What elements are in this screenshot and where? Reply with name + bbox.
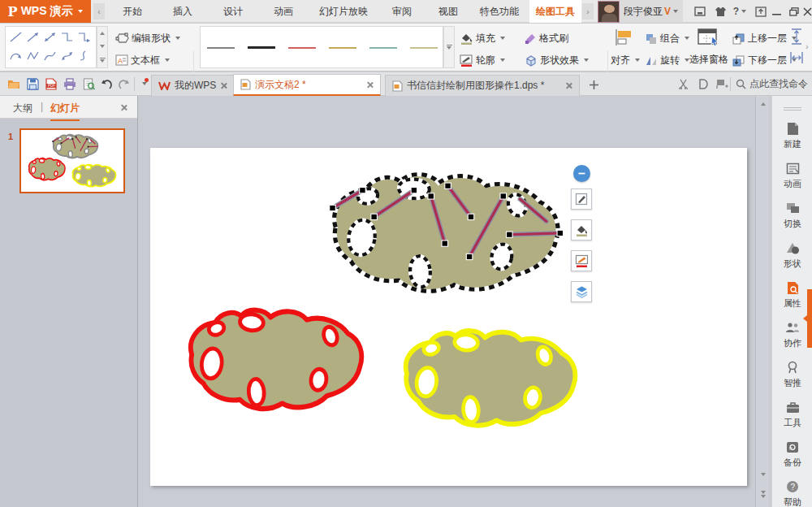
line-style-gallery[interactable] <box>200 26 443 68</box>
sidebar-item-backup[interactable]: 备份 <box>772 439 812 469</box>
slide-thumbnail[interactable] <box>19 128 125 193</box>
cut-tool-button[interactable] <box>676 76 690 91</box>
distribute-height-button[interactable] <box>789 28 806 46</box>
yellow-outline-shape[interactable] <box>388 318 586 437</box>
gallery-more-icon[interactable] <box>447 45 452 50</box>
task-panel-handle[interactable] <box>807 289 812 348</box>
sidebar-item-smart-recommend[interactable]: 智推 <box>772 359 812 389</box>
redo-button[interactable] <box>117 76 132 91</box>
scroll-down-button[interactable] <box>756 468 770 481</box>
send-backward-button[interactable]: 下移一层 <box>732 51 797 69</box>
line-style-swatch[interactable] <box>369 47 397 49</box>
menu-tab-slideshow[interactable]: 幻灯片放映 <box>309 0 378 23</box>
print-preview-button[interactable] <box>81 76 96 91</box>
close-tab-icon[interactable] <box>565 82 572 89</box>
menu-tab-home[interactable]: 开始 <box>107 0 158 23</box>
selected-freeform-shape[interactable] <box>311 159 572 306</box>
shape-effects-button[interactable]: 形状效果 <box>525 51 589 69</box>
print-button[interactable] <box>63 76 77 91</box>
zigzag-connector-icon[interactable] <box>24 46 41 65</box>
line-style-swatch[interactable] <box>248 46 275 49</box>
line-style-swatch[interactable] <box>410 47 438 49</box>
tab-letter-envelope-dps[interactable]: 书信信封绘制用图形操作1.dps * <box>385 75 580 96</box>
elbow-arrow-connector-icon[interactable] <box>76 28 93 46</box>
sidebar-item-transition[interactable]: 切换 <box>772 200 812 230</box>
line-style-swatch[interactable] <box>288 47 316 49</box>
tab-outline[interactable]: 大纲 <box>13 102 32 115</box>
editing-canvas[interactable] <box>139 96 771 507</box>
freeform-s-shape-icon[interactable] <box>76 46 93 65</box>
sidebar-item-animation[interactable]: 动画 <box>772 160 812 190</box>
collapse-toolbar-button[interactable] <box>573 165 590 182</box>
menu-back-button[interactable]: ‹ <box>93 3 105 20</box>
double-arrow-shape-icon[interactable] <box>41 28 58 46</box>
close-tab-icon[interactable] <box>366 81 374 89</box>
tab-slides[interactable]: 幻灯片 <box>50 102 80 121</box>
quick-style-button[interactable] <box>571 188 592 210</box>
menu-tab-special[interactable]: 特色功能 <box>471 0 528 23</box>
format-painter-button[interactable]: 格式刷 <box>525 29 568 47</box>
sidebar-item-tools[interactable]: 工具 <box>772 399 812 429</box>
selection-pane-button[interactable]: 选择窗格 <box>688 53 730 67</box>
arrow-shape-icon[interactable] <box>24 28 41 46</box>
shape-gallery-scroll[interactable] <box>97 26 108 68</box>
line-shape-icon[interactable] <box>7 28 24 46</box>
menu-tab-animation[interactable]: 动画 <box>258 0 309 23</box>
line-style-swatch[interactable] <box>207 47 235 49</box>
sidebar-item-properties[interactable]: 属性 <box>772 280 812 310</box>
rotate-button[interactable]: 旋转 <box>645 51 689 69</box>
save-button[interactable] <box>25 76 40 91</box>
scroll-down-icon[interactable] <box>100 45 105 48</box>
curved-arrow-connector-icon[interactable] <box>7 46 24 65</box>
gallery-more-icon[interactable] <box>100 58 106 63</box>
menu-tab-drawing-tools[interactable]: 绘图工具 <box>529 0 581 23</box>
outline-button[interactable]: 轮廓 <box>460 51 505 69</box>
user-account[interactable]: 段宇俊亚 V <box>598 0 683 23</box>
group-button[interactable]: 组合 <box>645 29 689 47</box>
text-box-button[interactable]: A 文本框 <box>115 51 170 69</box>
sidebar-item-shapes[interactable]: 形状 <box>772 240 812 270</box>
menu-forward-button[interactable]: › <box>582 3 594 20</box>
line-style-gallery-more[interactable] <box>443 26 455 68</box>
minimize-button[interactable] <box>767 0 785 23</box>
curved-double-arrow-icon[interactable] <box>58 46 76 65</box>
next-slide-button[interactable] <box>756 488 770 500</box>
menu-tab-insert[interactable]: 插入 <box>158 0 208 23</box>
export-pdf-button[interactable]: PDF <box>44 76 58 91</box>
line-style-swatch[interactable] <box>329 47 356 49</box>
hide-ribbon-button[interactable] <box>753 4 769 19</box>
find-command-search[interactable]: 点此查找命令 <box>736 77 808 91</box>
menu-tab-view[interactable]: 视图 <box>425 0 471 23</box>
red-outline-shape[interactable] <box>173 297 373 421</box>
sidebar-item-collaborate[interactable]: 协作 <box>772 319 812 349</box>
ribbon-expand-button[interactable]: › <box>806 41 809 51</box>
restore-button[interactable] <box>785 0 803 23</box>
new-tab-button[interactable] <box>586 77 601 92</box>
menu-tab-review[interactable]: 审阅 <box>378 0 425 23</box>
tab-presentation2[interactable]: 演示文稿2 * <box>233 74 381 96</box>
fill-button[interactable]: 填充 <box>460 29 505 47</box>
sidebar-gripper[interactable] <box>784 107 801 110</box>
curve-shape-icon[interactable] <box>41 46 58 65</box>
distribute-width-button[interactable] <box>789 49 806 67</box>
sidebar-item-help[interactable]: ? 帮助 <box>772 479 812 507</box>
undo-button[interactable] <box>99 76 114 91</box>
close-tab-icon[interactable] <box>220 82 227 89</box>
sidebar-item-new[interactable]: 新建 <box>772 120 812 150</box>
open-button[interactable] <box>6 76 21 91</box>
close-button[interactable] <box>802 0 812 23</box>
app-logo[interactable]: P WPS 演示 <box>0 0 91 23</box>
help-menu-button[interactable]: ? <box>732 4 748 19</box>
menu-tab-design[interactable]: 设计 <box>208 0 258 23</box>
bring-forward-button[interactable]: 上移一层 <box>732 29 797 47</box>
message-center-button[interactable] <box>692 4 708 19</box>
edit-shape-button[interactable]: 编辑形状 <box>115 29 180 47</box>
vertical-scrollbar[interactable] <box>755 96 769 507</box>
align-button[interactable]: 对齐 <box>611 51 640 69</box>
quick-fill-button[interactable] <box>571 219 592 240</box>
qat-customize-button[interactable] <box>137 76 149 91</box>
scroll-up-button[interactable] <box>756 98 770 110</box>
change-skin-button[interactable] <box>712 4 728 19</box>
elbow-connector-icon[interactable] <box>58 28 76 46</box>
tab-my-wps[interactable]: 我的WPS <box>151 75 235 96</box>
